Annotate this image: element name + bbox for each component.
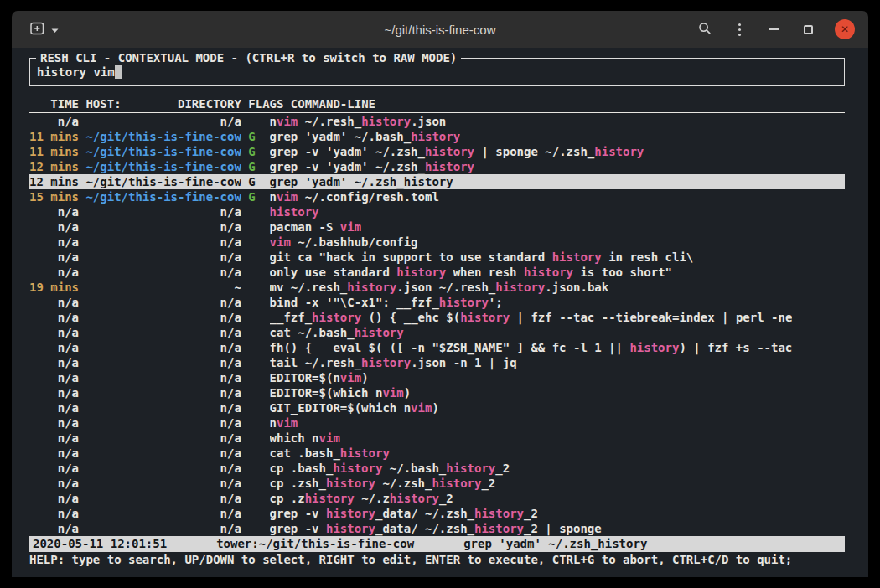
command-match-text: history (495, 281, 545, 294)
history-row[interactable]: n/an/atail ~/.resh_history.json -n 1 | j… (29, 355, 845, 370)
status-datetime: 2020-05-11 12:01:51 (33, 536, 167, 552)
command-match-text: history (326, 507, 375, 520)
row-directory: n/a (85, 491, 241, 506)
history-row[interactable]: 19 mins~mv ~/.resh_history.json ~/.resh_… (29, 280, 845, 295)
history-row[interactable]: n/an/aEDITOR=$(nvim) (29, 370, 845, 385)
status-bar: 2020-05-11 12:01:51 tower:~/git/this-is-… (29, 536, 845, 552)
history-row[interactable]: n/an/agrep -v history_data/ ~/.zsh_histo… (29, 506, 845, 521)
history-row[interactable]: n/an/aonly use standard history when res… (29, 265, 845, 280)
command-match-text: history (361, 356, 411, 369)
row-command: pacman -S vim (270, 219, 362, 235)
command-text: grep -v (270, 507, 326, 520)
command-text: '; (489, 296, 503, 309)
history-row[interactable]: n/an/aEDITOR=$(which nvim) (29, 385, 845, 400)
history-row[interactable]: n/an/acp .bash_history ~/.bash_history_2 (29, 461, 845, 476)
row-command: git ca "hack in support to use standard … (270, 250, 694, 265)
minimize-button[interactable] (766, 22, 781, 37)
row-time: n/a (29, 491, 79, 506)
command-match-text: history (355, 326, 404, 339)
command-text: _2 (524, 507, 538, 520)
row-command: grep -v 'yadm' ~/.zsh_history (270, 159, 474, 174)
row-directory: n/a (85, 415, 241, 431)
history-row[interactable]: n/an/agrep -v history_data/ ~/.zsh_histo… (29, 521, 845, 536)
history-row[interactable]: 12 mins~/git/this-is-fine-cowGgrep -v 'y… (29, 159, 845, 174)
command-text: EDITOR=$(n (270, 371, 340, 384)
history-row[interactable]: n/an/apacman -S vim (29, 219, 845, 235)
command-text: cat .bash_ (270, 446, 340, 460)
history-row[interactable]: n/an/acp .zsh_history ~/.zsh_history_2 (29, 476, 845, 491)
row-directory: n/a (85, 340, 241, 355)
row-directory: n/a (85, 325, 241, 340)
row-directory: ~/git/this-is-fine-cow (85, 144, 241, 159)
row-time: n/a (29, 521, 79, 536)
history-row[interactable]: 15 mins~/git/this-is-fine-cowGnvim ~/.co… (29, 189, 845, 204)
search-button[interactable] (697, 22, 712, 37)
command-text: EDITOR=$(which n (270, 386, 383, 400)
close-button[interactable]: ✕ (835, 19, 855, 39)
history-row[interactable]: n/an/anvim ~/.resh_history.json (29, 114, 845, 129)
command-text: when resh (446, 266, 524, 279)
status-location: tower:~/git/this-is-fine-cow (216, 536, 414, 552)
history-row[interactable]: n/an/anvim (29, 415, 845, 431)
history-row[interactable]: n/an/acat .bash_history (29, 446, 845, 461)
history-row[interactable]: n/an/afh() { eval $( ([ -n "$ZSH_NAME" ]… (29, 340, 845, 355)
command-text: tail ~/.resh_ (270, 356, 362, 369)
command-text: ~/.bash_ (382, 462, 446, 475)
command-match-text: history (411, 130, 460, 143)
row-time: n/a (29, 431, 79, 446)
restore-button[interactable] (800, 22, 815, 37)
titlebar[interactable]: ~/git/this-is-fine-cow ✕ (12, 11, 868, 48)
command-match-text: history (326, 522, 375, 535)
new-tab-icon (30, 22, 45, 38)
row-time: n/a (29, 476, 79, 491)
history-row[interactable]: 12 mins~/git/this-is-fine-cowGgrep 'yadm… (29, 174, 845, 189)
history-row[interactable]: 11 mins~/git/this-is-fine-cowGgrep 'yadm… (29, 129, 845, 144)
row-flags (248, 415, 262, 431)
row-flags (248, 204, 262, 219)
command-text: cp .bash_ (270, 462, 334, 475)
row-command: grep -v history_data/ ~/.zsh_history_2 |… (270, 521, 602, 536)
history-row[interactable]: n/an/a__fzf_history () { __ehc $(history… (29, 310, 845, 325)
row-directory: n/a (85, 265, 241, 280)
command-text: GIT_EDITOR=$(which n (270, 401, 412, 415)
history-row[interactable]: n/an/ahistory (29, 204, 845, 219)
row-flags (248, 431, 262, 446)
history-row[interactable]: n/an/awhich nvim (29, 431, 845, 446)
command-match-text: history (594, 145, 644, 158)
history-row[interactable]: n/an/aGIT_EDITOR=$(which nvim) (29, 400, 845, 415)
new-tab-button[interactable] (25, 18, 64, 41)
history-row[interactable]: n/an/agit ca "hack in support to use sta… (29, 250, 845, 265)
history-row[interactable]: n/an/avim ~/.bashhub/config (29, 235, 845, 250)
menu-button[interactable] (732, 22, 747, 37)
command-text: git ca "hack in support to use standard (270, 250, 552, 264)
row-flags: G (248, 144, 262, 159)
history-row[interactable]: n/an/abind -x '"\C-x1": __fzf_history'; (29, 295, 845, 310)
command-match-text: history (396, 266, 446, 279)
command-text: cp .z (270, 492, 305, 505)
row-directory: ~/git/this-is-fine-cow (85, 129, 241, 144)
row-time: n/a (29, 355, 79, 370)
command-match-text: history (361, 115, 411, 128)
command-text: bind -x '"\C-x1": __fzf_ (270, 296, 439, 309)
history-row[interactable]: n/an/acp .zhistory ~/.zhistory_2 (29, 491, 845, 506)
row-time: n/a (29, 461, 79, 476)
history-row[interactable]: 11 mins~/git/this-is-fine-cowGgrep -v 'y… (29, 144, 845, 159)
row-directory: n/a (85, 461, 241, 476)
row-time: 11 mins (29, 144, 79, 159)
search-input[interactable]: history vim (37, 64, 837, 80)
command-match-text: vim (270, 235, 291, 249)
command-text: _2 | sponge (524, 522, 602, 535)
command-text: _data/ ~/.zsh_ (375, 507, 474, 520)
row-time: n/a (29, 400, 79, 415)
row-time: n/a (29, 114, 79, 129)
history-row[interactable]: n/an/acat ~/.bash_history (29, 325, 845, 340)
command-match-text: vim (277, 190, 298, 204)
command-text: cp .zsh_ (270, 477, 326, 490)
row-command: grep -v history_data/ ~/.zsh_history_2 (270, 506, 538, 521)
command-text: ~/.bashhub/config (291, 235, 418, 249)
row-command: __fzf_history () { __ehc $(history | fzf… (270, 310, 793, 325)
command-match-text: history (312, 311, 361, 324)
row-directory: n/a (85, 355, 241, 370)
terminal-content[interactable]: RESH CLI - CONTEXTUAL MODE - (CTRL+R to … (12, 48, 868, 577)
row-command: nvim ~/.resh_history.json (270, 114, 447, 129)
